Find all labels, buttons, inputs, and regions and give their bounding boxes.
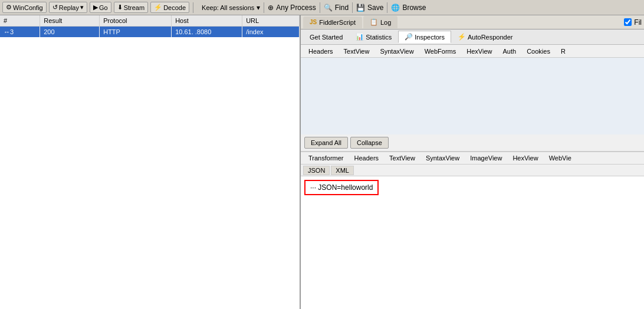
- json-highlighted-content: ··· JSON=helloworld: [304, 180, 379, 195]
- cell-host: 10.61. .8080: [172, 27, 242, 38]
- left-panel: # Result Protocol Host URL ↔3200HTTP10.6…: [0, 15, 301, 309]
- tab-autoresponder[interactable]: ⚡ AutoResponder: [451, 31, 519, 43]
- req-tab-raw[interactable]: R: [556, 46, 571, 57]
- js-icon: JS: [310, 19, 317, 25]
- toolbar-separator-5: [387, 2, 387, 13]
- table-header-row: # Result Protocol Host URL: [0, 15, 300, 27]
- req-tab-textview[interactable]: TextView: [339, 46, 375, 57]
- json-prefix: ···: [310, 183, 316, 192]
- main-toolbar: ⚙ WinConfig ↺ Replay ▾ ▶ Go ⬇ Stream ⚡ D…: [0, 0, 644, 15]
- response-area[interactable]: ··· JSON=helloworld: [301, 176, 644, 309]
- resp-tab-hexview[interactable]: HexView: [507, 153, 543, 163]
- go-icon: ▶: [93, 4, 98, 11]
- inspector-tabs: Get Started 📊 Statistics 🔎 Inspectors ⚡ …: [301, 29, 644, 45]
- bottom-tabs: Transformer Headers TextView SyntaxView …: [301, 152, 644, 165]
- resp-tab-imageview[interactable]: ImageView: [465, 153, 507, 163]
- save-icon: 💾: [356, 4, 365, 12]
- col-header-protocol: Protocol: [100, 15, 172, 27]
- go-button[interactable]: ▶ Go: [90, 2, 111, 13]
- collapse-button[interactable]: Collapse: [350, 137, 389, 149]
- expand-all-button[interactable]: Expand All: [304, 137, 348, 149]
- request-content-area: [301, 58, 644, 134]
- decode-icon: ⚡: [154, 4, 162, 11]
- winconfig-icon: ⚙: [6, 4, 12, 11]
- toolbar-separator-3: [320, 2, 320, 13]
- col-header-url: URL: [242, 15, 300, 27]
- resp-tab-textview[interactable]: TextView: [384, 153, 420, 163]
- tab-statistics[interactable]: 📊 Statistics: [349, 31, 398, 43]
- req-tab-webforms[interactable]: WebForms: [419, 46, 462, 57]
- resp-tab-transformer[interactable]: Transformer: [303, 153, 349, 163]
- session-table-container[interactable]: # Result Protocol Host URL ↔3200HTTP10.6…: [0, 15, 300, 309]
- tab-log[interactable]: 📋 Log: [363, 16, 397, 28]
- req-tab-hexview[interactable]: HexView: [461, 46, 497, 57]
- toolbar-right: Keep: All sessions ▾ ⊕ Any Process 🔍 Fin…: [202, 2, 426, 13]
- cell-number: ↔3: [0, 27, 40, 38]
- tab-get-started[interactable]: Get Started: [303, 31, 349, 43]
- mini-tab-json[interactable]: JSON: [303, 166, 330, 175]
- resp-tab-webview[interactable]: WebVie: [544, 153, 577, 163]
- toolbar-separator-2: [264, 2, 264, 13]
- toolbar-separator-1: [193, 2, 193, 13]
- session-table: # Result Protocol Host URL ↔3200HTTP10.6…: [0, 15, 300, 37]
- req-tab-cookies[interactable]: Cookies: [521, 46, 556, 57]
- log-icon: 📋: [370, 18, 378, 26]
- decode-button[interactable]: ⚡ Decode: [150, 2, 189, 13]
- ie-icon: 🌐: [391, 4, 400, 12]
- cell-protocol: HTTP: [100, 27, 172, 38]
- any-process-icon: ⊕: [268, 4, 274, 12]
- winconfig-button[interactable]: ⚙ WinConfig: [2, 2, 47, 13]
- col-header-result: Result: [40, 15, 100, 27]
- stream-icon: ⬇: [117, 4, 123, 11]
- inspectors-icon: 🔎: [405, 33, 413, 41]
- tab-inspectors[interactable]: 🔎 Inspectors: [398, 31, 451, 43]
- replay-button[interactable]: ↺ Replay ▾: [49, 2, 87, 13]
- right-panel: JS FiddlerScript 📋 Log Fil Get Started 📊…: [301, 15, 644, 309]
- request-sub-tabs: Headers TextView SyntaxView WebForms Hex…: [301, 45, 644, 58]
- keep-dropdown-icon: ▾: [257, 4, 260, 12]
- statistics-icon: 📊: [356, 33, 364, 41]
- filter-area: Fil: [624, 18, 642, 27]
- resp-tab-syntaxview[interactable]: SyntaxView: [420, 153, 465, 163]
- replay-dropdown-icon: ▾: [80, 4, 84, 11]
- main-container: # Result Protocol Host URL ↔3200HTTP10.6…: [0, 15, 644, 309]
- col-header-host: Host: [172, 15, 242, 27]
- stream-button[interactable]: ⬇ Stream: [114, 2, 148, 13]
- filter-checkbox[interactable]: [624, 18, 632, 26]
- find-icon: 🔍: [324, 4, 333, 12]
- req-tab-auth[interactable]: Auth: [498, 46, 522, 57]
- req-tab-headers[interactable]: Headers: [303, 46, 339, 57]
- table-row[interactable]: ↔3200HTTP10.61. .8080/index: [0, 27, 300, 38]
- autoresponder-icon: ⚡: [458, 33, 466, 41]
- col-header-number: #: [0, 15, 40, 27]
- tab-fiddlerscript[interactable]: JS FiddlerScript: [303, 17, 362, 28]
- cell-url: /index: [242, 27, 300, 38]
- cell-result: 200: [40, 27, 100, 38]
- action-buttons: Expand All Collapse: [301, 134, 644, 152]
- req-tab-syntaxview[interactable]: SyntaxView: [374, 46, 419, 57]
- mini-tabs: JSON XML: [301, 165, 644, 176]
- resp-tab-headers[interactable]: Headers: [349, 153, 385, 163]
- mini-tab-xml[interactable]: XML: [331, 166, 354, 175]
- toolbar-separator-4: [352, 2, 353, 13]
- replay-icon: ↺: [52, 4, 58, 11]
- top-tab-bar: JS FiddlerScript 📋 Log Fil: [301, 15, 644, 29]
